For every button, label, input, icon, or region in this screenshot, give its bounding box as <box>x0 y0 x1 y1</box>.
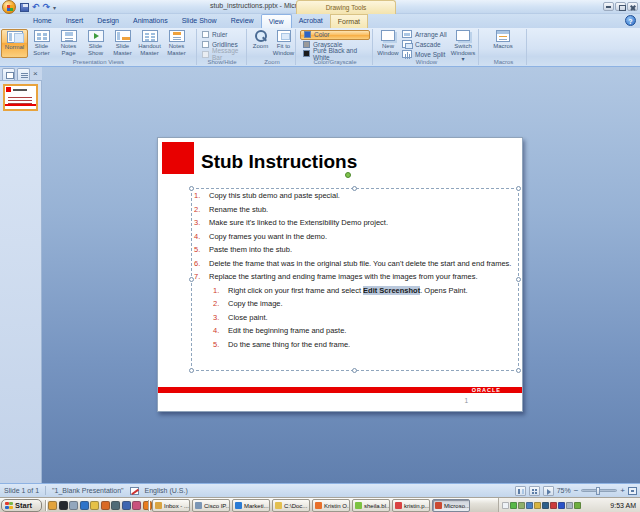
resize-handle[interactable] <box>516 277 521 282</box>
task-button[interactable]: Kristin O... <box>312 499 350 512</box>
resize-handle[interactable] <box>189 368 194 373</box>
slide-body-text[interactable]: 1. Copy this stub demo and paste special… <box>194 192 516 354</box>
view-button[interactable]: Slide Sorter <box>28 29 55 58</box>
slide-thumbnail[interactable] <box>3 84 38 111</box>
tray-icon[interactable] <box>566 502 573 509</box>
task-button[interactable]: kristin.p... <box>392 499 430 512</box>
minimize-button[interactable] <box>603 2 614 11</box>
ribbon-tab[interactable]: Slide Show <box>175 14 224 28</box>
color-mode-option[interactable]: Pure Black and White <box>300 49 370 59</box>
rotate-handle[interactable] <box>345 172 351 178</box>
quick-launch-icon[interactable] <box>80 501 89 510</box>
tray-icon[interactable] <box>558 502 565 509</box>
quick-launch-icon[interactable] <box>90 501 99 510</box>
normal-view-button[interactable] <box>515 486 526 496</box>
view-button-icon <box>61 30 77 42</box>
ribbon-tab[interactable]: Review <box>224 14 261 28</box>
start-button[interactable]: Start <box>1 499 42 512</box>
save-icon[interactable] <box>20 3 29 12</box>
tab-slides[interactable] <box>2 68 15 80</box>
tray-icon[interactable] <box>502 502 509 509</box>
quick-launch-icon[interactable] <box>101 501 110 510</box>
tray-icon[interactable] <box>542 502 549 509</box>
tray-icon[interactable] <box>550 502 557 509</box>
slide[interactable]: Stub Instructions 1. Copy this stub demo… <box>157 137 523 412</box>
tray-icon[interactable] <box>510 502 517 509</box>
view-button[interactable]: Notes Page <box>55 29 82 58</box>
resize-handle[interactable] <box>352 368 357 373</box>
ribbon-tab[interactable]: Format <box>330 14 368 28</box>
quick-access-toolbar: ↶ ↷ ▾ <box>20 1 56 13</box>
checkbox[interactable] <box>202 41 209 48</box>
language-indicator[interactable]: English (U.S.) <box>145 487 188 494</box>
view-button[interactable]: Handout Master <box>136 29 163 58</box>
task-button[interactable]: Marketi... <box>232 499 270 512</box>
zoom-button[interactable]: Fit to Window <box>272 29 295 58</box>
ribbon-tab[interactable]: Animations <box>126 14 175 28</box>
color-mode-option[interactable]: Color <box>300 30 370 40</box>
task-button[interactable]: Inbox - ... <box>152 499 190 512</box>
checkbox-row[interactable]: Message Bar <box>198 49 246 59</box>
view-button[interactable]: Slide Show <box>82 29 109 58</box>
resize-handle[interactable] <box>516 368 521 373</box>
tray-icon[interactable] <box>534 502 541 509</box>
slide-show-view-button[interactable] <box>543 486 554 496</box>
quick-launch-icon[interactable] <box>48 501 57 510</box>
view-button[interactable]: Normal <box>1 29 28 58</box>
list-text: Copy the image. <box>228 300 283 309</box>
zoom-slider-thumb[interactable] <box>596 487 600 495</box>
quick-launch-icon[interactable] <box>132 501 141 510</box>
quick-launch-icon[interactable] <box>69 501 78 510</box>
ribbon-tab[interactable]: View <box>261 14 292 28</box>
window-small-button[interactable]: Move Split <box>401 49 449 59</box>
slide-sorter-view-button[interactable] <box>529 486 540 496</box>
tray-icon[interactable] <box>574 502 581 509</box>
ribbon-tab[interactable]: Home <box>26 14 59 28</box>
tray-icon[interactable] <box>518 502 525 509</box>
fit-slide-to-window-icon[interactable] <box>628 487 637 495</box>
zoom-slider[interactable] <box>581 489 617 492</box>
task-button[interactable]: Microso... <box>432 499 470 512</box>
task-label: kristin.p... <box>404 503 430 509</box>
undo-icon[interactable]: ↶ <box>32 3 40 12</box>
switch-windows-button[interactable]: Switch Windows ▾ <box>449 29 477 58</box>
window-small-button[interactable]: Cascade <box>401 39 449 49</box>
checkbox[interactable] <box>202 31 209 38</box>
new-window-button[interactable]: New Window <box>375 29 401 58</box>
quick-launch-icon[interactable] <box>122 501 131 510</box>
task-label: C:\Doc... <box>284 503 307 509</box>
spelling-icon[interactable] <box>130 487 139 495</box>
resize-handle[interactable] <box>352 186 357 191</box>
slide-title[interactable]: Stub Instructions <box>201 151 357 173</box>
ribbon-tab[interactable]: Acrobat <box>292 14 330 28</box>
restore-button[interactable] <box>615 2 626 11</box>
ribbon-tab[interactable]: Insert <box>59 14 91 28</box>
tray-icon[interactable] <box>526 502 533 509</box>
redo-icon[interactable]: ↷ <box>43 3 51 12</box>
task-button[interactable]: C:\Doc... <box>272 499 310 512</box>
macros-button[interactable]: Macros <box>487 29 519 58</box>
checkbox-row[interactable]: Ruler <box>198 29 246 39</box>
quick-launch-icon[interactable] <box>111 501 120 510</box>
pane-close-icon[interactable]: × <box>33 68 38 80</box>
window-controls <box>603 2 638 11</box>
resize-handle[interactable] <box>516 186 521 191</box>
checkbox[interactable] <box>202 51 209 58</box>
quick-launch-icon[interactable] <box>143 501 152 510</box>
quick-launch-icon[interactable] <box>59 501 68 510</box>
view-button[interactable]: Slide Master <box>109 29 136 58</box>
zoom-in-icon[interactable]: + <box>620 486 625 495</box>
office-button[interactable] <box>2 0 16 14</box>
window-small-label: Cascade <box>415 41 441 48</box>
tab-outline[interactable] <box>17 68 30 80</box>
task-button[interactable]: Cisco IP... <box>192 499 230 512</box>
zoom-out-icon[interactable]: − <box>574 486 579 495</box>
close-button[interactable] <box>627 2 638 11</box>
window-small-button[interactable]: Arrange All <box>401 29 449 39</box>
help-icon[interactable]: ? <box>625 15 636 26</box>
qat-customize-dropdown-icon[interactable]: ▾ <box>53 4 56 11</box>
view-button[interactable]: Notes Master <box>163 29 190 58</box>
zoom-button[interactable]: Zoom <box>249 29 272 58</box>
task-button[interactable]: sheila.bl... <box>352 499 390 512</box>
ribbon-tab[interactable]: Design <box>90 14 126 28</box>
